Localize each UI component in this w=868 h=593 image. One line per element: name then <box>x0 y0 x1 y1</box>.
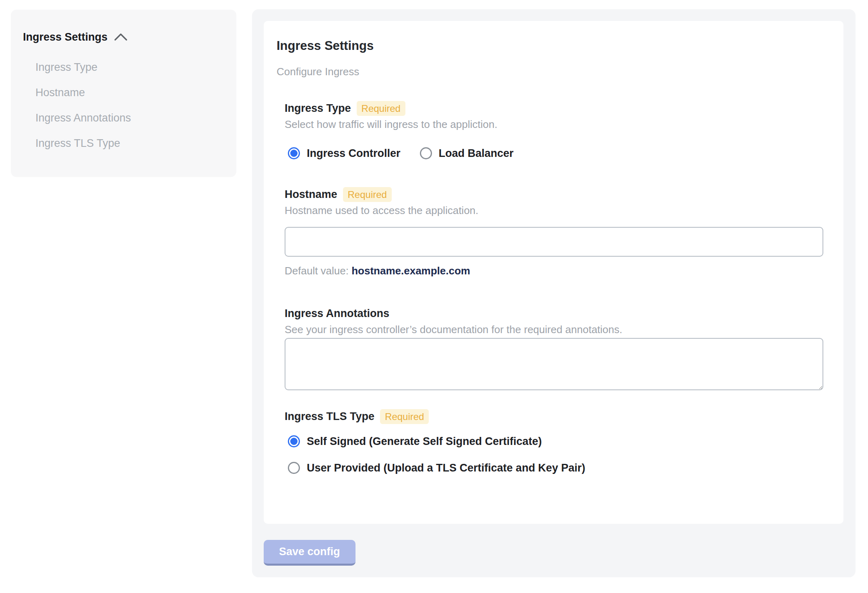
ingress-settings-card: Ingress Settings Configure Ingress Ingre… <box>264 21 843 524</box>
ingress-type-label: Ingress Type <box>285 101 351 115</box>
ingress-tls-type-radio-group: Self Signed (Generate Self Signed Certif… <box>288 434 823 475</box>
nav-section-ingress-settings[interactable]: Ingress Settings <box>23 31 224 43</box>
sidebar-item-ingress-tls-type[interactable]: Ingress TLS Type <box>35 137 224 149</box>
hostname-input[interactable] <box>285 227 823 257</box>
form-sections: Ingress Type Required Select how traffic… <box>285 101 823 475</box>
ingress-tls-type-label-row: Ingress TLS Type Required <box>285 409 823 424</box>
sidebar-item-hostname[interactable]: Hostname <box>35 86 224 99</box>
radio-option-load-balancer[interactable]: Load Balancer <box>420 146 514 160</box>
settings-nav-panel: Ingress Settings Ingress Type Hostname I… <box>11 10 236 177</box>
save-config-button[interactable]: Save config <box>264 540 355 566</box>
field-ingress-tls-type: Ingress TLS Type Required Self Signed (G… <box>285 409 823 475</box>
radio-option-user-provided[interactable]: User Provided (Upload a TLS Certificate … <box>288 461 823 475</box>
radio-label: Ingress Controller <box>307 146 401 160</box>
ingress-annotations-textarea[interactable] <box>285 338 823 390</box>
radio-selected-icon[interactable] <box>288 435 300 447</box>
radio-label: User Provided (Upload a TLS Certificate … <box>307 461 585 475</box>
field-ingress-annotations: Ingress Annotations See your ingress con… <box>285 306 823 390</box>
ingress-type-helper: Select how traffic will ingress to the a… <box>285 118 823 130</box>
nav-items: Ingress Type Hostname Ingress Annotation… <box>35 61 224 149</box>
sidebar-item-ingress-annotations[interactable]: Ingress Annotations <box>35 112 224 124</box>
required-badge: Required <box>380 409 429 424</box>
settings-content-panel: Ingress Settings Configure Ingress Ingre… <box>252 9 856 577</box>
radio-option-self-signed[interactable]: Self Signed (Generate Self Signed Certif… <box>288 434 823 448</box>
radio-unselected-icon[interactable] <box>288 462 300 474</box>
hostname-helper: Hostname used to access the application. <box>285 204 823 216</box>
field-ingress-type: Ingress Type Required Select how traffic… <box>285 101 823 160</box>
ingress-annotations-helper: See your ingress controller’s documentat… <box>285 323 823 336</box>
ingress-tls-type-label: Ingress TLS Type <box>285 410 374 423</box>
radio-label: Self Signed (Generate Self Signed Certif… <box>307 434 542 448</box>
ingress-type-label-row: Ingress Type Required <box>285 101 823 116</box>
page-title: Ingress Settings <box>277 39 823 53</box>
chevron-up-icon <box>114 33 128 41</box>
page-subtitle: Configure Ingress <box>277 66 823 78</box>
default-value-label: Default value: <box>285 265 351 277</box>
default-value-text: hostname.example.com <box>351 265 470 277</box>
hostname-label-row: Hostname Required <box>285 187 823 202</box>
sidebar-item-ingress-type[interactable]: Ingress Type <box>35 61 224 73</box>
required-badge: Required <box>357 101 405 116</box>
app-screen: Ingress Settings Ingress Type Hostname I… <box>0 0 868 593</box>
radio-selected-icon[interactable] <box>288 147 300 159</box>
radio-option-ingress-controller[interactable]: Ingress Controller <box>288 146 401 160</box>
hostname-default-line: Default value: hostname.example.com <box>285 265 823 277</box>
radio-label: Load Balancer <box>439 146 514 160</box>
ingress-annotations-label-row: Ingress Annotations <box>285 306 823 321</box>
hostname-label: Hostname <box>285 187 337 201</box>
required-badge: Required <box>343 187 392 202</box>
ingress-annotations-label: Ingress Annotations <box>285 307 389 320</box>
ingress-type-radio-group: Ingress Controller Load Balancer <box>288 146 823 160</box>
nav-section-title: Ingress Settings <box>23 31 107 43</box>
radio-unselected-icon[interactable] <box>420 147 432 159</box>
field-hostname: Hostname Required Hostname used to acces… <box>285 187 823 277</box>
